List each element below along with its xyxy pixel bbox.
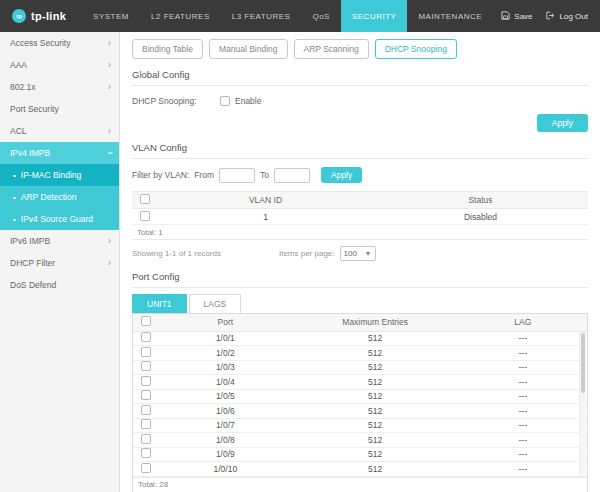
vlan-id-cell: 1 bbox=[158, 209, 373, 225]
logout-label: Log Out bbox=[560, 12, 588, 21]
port-table-row: 1/0/1 512 --- bbox=[133, 331, 587, 346]
port-row-checkbox[interactable] bbox=[141, 361, 151, 371]
lag-cell: --- bbox=[459, 389, 587, 404]
port-table-row: 1/0/10 512 --- bbox=[133, 462, 587, 477]
port-row-checkbox[interactable] bbox=[141, 463, 151, 473]
nav-l2-features[interactable]: L2 FEATURES bbox=[140, 0, 221, 32]
sidebar-item-dos-defend[interactable]: DoS Defend bbox=[0, 274, 119, 296]
sidebar-item-ipv6-impb[interactable]: IPv6 IMPB › bbox=[0, 230, 119, 252]
tplink-logo-icon: tp bbox=[12, 9, 26, 23]
port-row-checkbox[interactable] bbox=[141, 419, 151, 429]
top-navigation: SYSTEM L2 FEATURES L3 FEATURES QoS SECUR… bbox=[82, 0, 493, 32]
brand-logo: tp tp-link bbox=[0, 0, 82, 32]
nav-qos[interactable]: QoS bbox=[301, 0, 341, 32]
nav-l3-features[interactable]: L3 FEATURES bbox=[221, 0, 302, 32]
port-header-checkbox[interactable] bbox=[141, 316, 151, 326]
max-entries-cell: 512 bbox=[292, 346, 459, 361]
save-button[interactable]: Save bbox=[501, 11, 532, 22]
items-per-page-label: Items per page: bbox=[279, 249, 335, 258]
bullet-icon: • bbox=[13, 171, 16, 180]
chevron-right-icon: › bbox=[108, 38, 111, 48]
port-table-scrollbar[interactable] bbox=[579, 332, 586, 476]
status-header: Status bbox=[373, 192, 588, 209]
port-table-row: 1/0/3 512 --- bbox=[133, 360, 587, 375]
vlan-filter-apply-button[interactable]: Apply bbox=[321, 167, 362, 183]
enable-label: Enable bbox=[235, 96, 261, 106]
port-row-checkbox[interactable] bbox=[141, 448, 151, 458]
topbar-actions: Save Log Out bbox=[501, 0, 600, 32]
port-row-checkbox[interactable] bbox=[141, 347, 151, 357]
port-cell: 1/0/4 bbox=[159, 375, 292, 390]
sidebar-item-label: Access Security bbox=[10, 38, 70, 48]
items-per-page-value: 100 bbox=[344, 249, 357, 258]
vlan-filter-row: Filter by VLAN: From To Apply bbox=[132, 167, 588, 183]
lag-cell: --- bbox=[459, 433, 587, 448]
tab-manual-binding[interactable]: Manual Binding bbox=[209, 39, 288, 59]
max-entries-cell: 512 bbox=[292, 462, 459, 477]
port-table-total: Total: 28 bbox=[133, 477, 587, 492]
sidebar-subitem-ipv4-source-guard[interactable]: • IPv4 Source Guard bbox=[0, 208, 119, 230]
lag-cell: --- bbox=[459, 462, 587, 477]
logout-button[interactable]: Log Out bbox=[546, 11, 588, 22]
port-cell: 1/0/9 bbox=[159, 447, 292, 462]
global-config-apply-button[interactable]: Apply bbox=[537, 114, 588, 132]
sidebar-item-label: DoS Defend bbox=[10, 280, 56, 290]
tab-binding-table[interactable]: Binding Table bbox=[132, 39, 203, 59]
sidebar-item-8021x[interactable]: 802.1x › bbox=[0, 76, 119, 98]
port-table-container: Port Maximum Entries LAG 1/0/1 512 --- bbox=[132, 313, 588, 492]
port-cell: 1/0/7 bbox=[159, 418, 292, 433]
port-header: Port bbox=[159, 314, 292, 331]
brand-name: tp-link bbox=[31, 10, 66, 22]
nav-maintenance[interactable]: MAINTENANCE bbox=[407, 0, 493, 32]
sidebar-item-label: 802.1x bbox=[10, 82, 36, 92]
tab-arp-scanning[interactable]: ARP Scanning bbox=[294, 39, 369, 59]
sidebar-item-label: ACL bbox=[10, 126, 27, 136]
max-entries-header: Maximum Entries bbox=[292, 314, 459, 331]
global-config-title: Global Config bbox=[132, 69, 588, 86]
sidebar-item-aaa[interactable]: AAA › bbox=[0, 54, 119, 76]
dhcp-snooping-label: DHCP Snooping: bbox=[132, 96, 220, 106]
port-row-checkbox[interactable] bbox=[141, 405, 151, 415]
vlan-from-input[interactable] bbox=[219, 168, 255, 183]
port-table: Port Maximum Entries LAG 1/0/1 512 --- bbox=[133, 314, 587, 477]
tab-unit1[interactable]: UNIT1 bbox=[132, 294, 187, 313]
vlan-header-checkbox[interactable] bbox=[140, 194, 150, 204]
port-table-row: 1/0/6 512 --- bbox=[133, 404, 587, 419]
tab-lags[interactable]: LAGS bbox=[189, 294, 242, 313]
port-table-row: 1/0/2 512 --- bbox=[133, 346, 587, 361]
sidebar-item-acl[interactable]: ACL › bbox=[0, 120, 119, 142]
vlan-row-checkbox[interactable] bbox=[140, 211, 150, 221]
lag-cell: --- bbox=[459, 447, 587, 462]
sidebar-item-ipv4-impb[interactable]: IPv4 IMPB › bbox=[0, 142, 119, 164]
vlan-table-row: 1 Disabled bbox=[132, 209, 588, 225]
lag-cell: --- bbox=[459, 404, 587, 419]
showing-records-text: Showing 1-1 of 1 records bbox=[132, 249, 221, 258]
port-table-row: 1/0/9 512 --- bbox=[133, 447, 587, 462]
unit-tabs: UNIT1 LAGS bbox=[132, 294, 588, 313]
sidebar-subitem-label: IP-MAC Binding bbox=[21, 170, 81, 180]
tab-dhcp-snooping[interactable]: DHCP Snooping bbox=[375, 39, 457, 59]
port-row-checkbox[interactable] bbox=[141, 390, 151, 400]
port-row-checkbox[interactable] bbox=[141, 376, 151, 386]
nav-security[interactable]: SECURITY bbox=[341, 0, 407, 32]
vlan-to-input[interactable] bbox=[274, 168, 310, 183]
nav-system[interactable]: SYSTEM bbox=[82, 0, 140, 32]
port-row-checkbox[interactable] bbox=[141, 332, 151, 342]
port-row-checkbox[interactable] bbox=[141, 434, 151, 444]
sidebar-item-dhcp-filter[interactable]: DHCP Filter › bbox=[0, 252, 119, 274]
sidebar: Access Security › AAA › 802.1x › Port Se… bbox=[0, 32, 120, 492]
port-cell: 1/0/8 bbox=[159, 433, 292, 448]
scrollbar-thumb[interactable] bbox=[581, 333, 585, 393]
chevron-right-icon: › bbox=[108, 60, 111, 70]
items-per-page-select[interactable]: 100 ▼ bbox=[340, 246, 376, 261]
sidebar-item-port-security[interactable]: Port Security bbox=[0, 98, 119, 120]
sidebar-subitem-arp-detection[interactable]: • ARP Detection bbox=[0, 186, 119, 208]
lag-cell: --- bbox=[459, 346, 587, 361]
sidebar-item-access-security[interactable]: Access Security › bbox=[0, 32, 119, 54]
dhcp-snooping-enable-checkbox[interactable] bbox=[220, 96, 230, 106]
sidebar-subitem-ip-mac-binding[interactable]: • IP-MAC Binding bbox=[0, 164, 119, 186]
sidebar-item-label: Port Security bbox=[10, 104, 59, 114]
dhcp-snooping-field: DHCP Snooping: Enable bbox=[132, 96, 588, 106]
port-cell: 1/0/6 bbox=[159, 404, 292, 419]
sidebar-subitem-label: ARP Detection bbox=[21, 192, 77, 202]
